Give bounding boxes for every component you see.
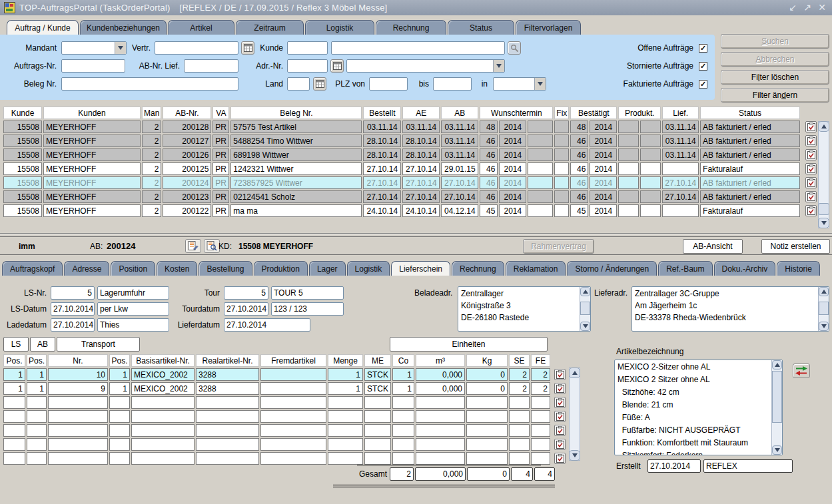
ls-nr-input[interactable]: 5 <box>51 286 95 300</box>
ab-ansicht-button[interactable]: AB-Ansicht <box>683 239 743 254</box>
edit-document-icon[interactable] <box>185 239 201 253</box>
col-bestellt[interactable]: Bestellt <box>363 107 401 119</box>
artikelbezeichnung-box[interactable]: MEXICO 2-Sitzer ohne AL MEXICO 2 Sitzer … <box>614 360 783 455</box>
order-row[interactable]: 15508 MEYERHOFF 2 200127 PR 5488254 Timo… <box>3 134 819 147</box>
ladedatum-input[interactable]: 27.10.2014 <box>51 318 95 332</box>
detail-tab[interactable]: Logistik <box>347 261 390 276</box>
tour-zusatz-input[interactable]: 123 / 123 <box>271 302 344 316</box>
restore-icon[interactable]: ↗ <box>801 1 813 13</box>
chevron-down-icon[interactable] <box>493 60 504 72</box>
col-lief[interactable]: Lief. <box>662 107 699 119</box>
filter-tab[interactable]: Artikel <box>168 20 234 35</box>
notiz-erstellen-button[interactable]: Notiz erstellen <box>761 239 830 254</box>
suchen-button[interactable]: Suchen <box>721 34 829 49</box>
erstellt-von-input[interactable]: REFLEX <box>703 459 793 473</box>
scroll-down-icon[interactable] <box>580 322 590 331</box>
scroll-up-icon[interactable] <box>772 360 782 370</box>
position-row[interactable] <box>3 452 568 465</box>
beladeadr-scrollbar[interactable] <box>580 287 590 331</box>
col-basisartikel[interactable]: Basisartikel-Nr. <box>131 354 195 367</box>
plz-bis-input[interactable] <box>433 77 472 91</box>
note-check-icon[interactable] <box>805 135 817 146</box>
detail-tab[interactable]: Ref.-Baum <box>658 261 712 276</box>
detail-tab[interactable]: Lager <box>309 261 346 276</box>
auftragsnr-input[interactable] <box>61 59 125 73</box>
note-check-icon[interactable] <box>554 425 566 436</box>
orders-scroll-thumb[interactable] <box>818 203 829 215</box>
ls-datum-input[interactable]: 27.10.2014 <box>51 302 95 316</box>
position-row[interactable]: 1 1 10 1 MEXICO_2002 3288 1 STCK 1 0,000… <box>3 368 568 381</box>
adresse-select[interactable] <box>346 59 505 73</box>
col-fe[interactable]: FE <box>531 354 550 367</box>
search-document-icon[interactable] <box>204 239 220 253</box>
col-produkt[interactable]: Produkt. <box>618 107 661 119</box>
tab-ls[interactable]: LS <box>3 337 29 352</box>
note-check-icon[interactable] <box>805 177 817 188</box>
col-ae[interactable]: AE <box>402 107 440 119</box>
filter-tab[interactable]: Kundenbeziehungen <box>80 20 167 35</box>
position-row[interactable] <box>3 438 568 451</box>
abnr-lief-input[interactable] <box>184 59 238 73</box>
kunde-name-input[interactable] <box>331 41 505 55</box>
abbrechen-button[interactable]: Abbrechen <box>721 52 829 67</box>
scroll-up-icon[interactable] <box>818 121 829 132</box>
lieferadr-textarea[interactable]: Zentrallager 3C-Gruppe Am Jägerheim 1c D… <box>631 286 829 332</box>
rahmenvertrag-button[interactable]: Rahmenvertrag <box>523 239 594 254</box>
detail-tab[interactable]: Doku.-Archiv <box>714 261 776 276</box>
close-icon[interactable]: ✕ <box>816 1 828 13</box>
detail-tab[interactable]: Produktion <box>254 261 308 276</box>
order-row[interactable]: 15508 MEYERHOFF 2 200122 PR ma ma 24.10.… <box>3 204 819 217</box>
belegnr-input[interactable] <box>61 77 238 91</box>
detail-tab[interactable]: Bestellung <box>199 261 252 276</box>
col-realartikel[interactable]: Realartikel-Nr. <box>196 354 259 367</box>
note-check-icon[interactable] <box>805 121 817 132</box>
note-check-icon[interactable] <box>554 397 566 408</box>
beladeadr-textarea[interactable]: Zentrallager Königstraße 3 DE-26180 Rast… <box>458 286 591 332</box>
position-row[interactable]: 1 1 9 1 MEXICO_2002 3288 1 STCK 1 0,000 … <box>3 382 568 395</box>
plz-in-select[interactable] <box>493 77 546 91</box>
tourdatum-input[interactable]: 27.10.2014 <box>224 302 268 316</box>
note-check-icon[interactable] <box>554 369 566 380</box>
vertreter-lookup-icon[interactable] <box>241 41 254 55</box>
scroll-up-icon[interactable] <box>819 287 829 296</box>
positions-scrollbar[interactable] <box>569 368 580 461</box>
col-se[interactable]: SE <box>509 354 530 367</box>
stornierte-auftraege-checkbox[interactable]: ✓ <box>699 62 707 71</box>
lieferdatum-input[interactable]: 27.10.2014 <box>224 318 310 332</box>
col-pos-ls[interactable]: Pos. <box>3 354 25 367</box>
order-row[interactable]: 15508 MEYERHOFF 2 200126 PR 689198 Wittw… <box>3 148 819 161</box>
chevron-down-icon[interactable] <box>534 78 546 90</box>
adrnr-input[interactable] <box>287 59 328 73</box>
position-row[interactable] <box>3 396 568 409</box>
col-fix[interactable]: Fix <box>554 107 569 119</box>
scroll-down-icon[interactable] <box>819 322 829 331</box>
note-check-icon[interactable] <box>554 453 566 464</box>
col-man[interactable]: Man <box>142 107 161 119</box>
land-lookup-icon[interactable] <box>313 77 326 91</box>
kunde-search-icon[interactable] <box>508 41 521 55</box>
col-wunschtermin[interactable]: Wunschtermin <box>480 107 553 119</box>
swap-arrows-icon[interactable] <box>793 364 810 378</box>
filter-tab[interactable]: Zeitraum <box>236 20 304 35</box>
minimize-icon[interactable]: ↙ <box>787 1 799 13</box>
order-row[interactable]: 15508 MEYERHOFF 2 200123 PR 02124541 Sch… <box>3 190 819 203</box>
filter-tab[interactable]: Logistik <box>305 20 374 35</box>
note-check-icon[interactable] <box>554 439 566 450</box>
note-check-icon[interactable] <box>805 149 817 160</box>
col-co[interactable]: Co <box>392 354 414 367</box>
detail-tab[interactable]: Lieferschein <box>391 261 450 276</box>
versandart-input[interactable]: per Lkw <box>97 302 169 316</box>
land-input[interactable] <box>287 77 310 91</box>
offene-auftraege-checkbox[interactable]: ✓ <box>699 44 707 53</box>
detail-tab[interactable]: Historie <box>777 261 820 276</box>
col-nr[interactable]: Nr. <box>48 354 108 367</box>
adrnr-lookup-icon[interactable] <box>330 59 344 73</box>
scroll-down-icon[interactable] <box>818 218 829 228</box>
scroll-up-icon[interactable] <box>569 368 580 378</box>
erstellt-datum-input[interactable]: 27.10.2014 <box>647 459 701 473</box>
col-kunden[interactable]: Kunden <box>43 107 141 119</box>
filter-tab[interactable]: Status <box>448 20 514 35</box>
tab-ab[interactable]: AB <box>30 337 55 352</box>
note-check-icon[interactable] <box>554 411 566 422</box>
vertreter-input[interactable] <box>155 41 238 55</box>
